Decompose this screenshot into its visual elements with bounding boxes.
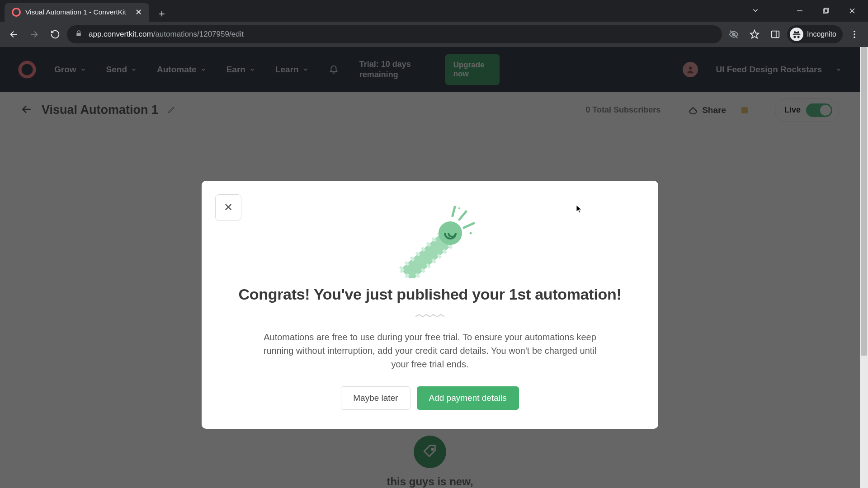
tabs-chevron-icon[interactable]	[751, 6, 760, 16]
browser-tab[interactable]: Visual Automation 1 - ConvertKit ✕	[5, 3, 149, 22]
window-close-icon[interactable]	[839, 2, 865, 20]
new-tab-button[interactable]: ＋	[154, 5, 170, 22]
incognito-icon	[790, 28, 803, 41]
maybe-later-button[interactable]: Maybe later	[341, 386, 410, 410]
svg-rect-11	[772, 31, 779, 38]
svg-point-15	[854, 37, 855, 38]
svg-line-22	[464, 223, 474, 228]
window-maximize-icon[interactable]	[813, 2, 839, 20]
tab-title: Visual Automation 1 - ConvertKit	[25, 8, 131, 16]
party-horn-icon	[378, 202, 482, 278]
tab-close-icon[interactable]: ✕	[135, 7, 142, 17]
browser-toolbar: app.convertkit.com/automations/1207959/e…	[0, 22, 868, 47]
svg-point-20	[439, 221, 462, 245]
scrollbar[interactable]	[860, 47, 868, 488]
kebab-menu-icon[interactable]	[845, 25, 863, 43]
incognito-label: Incognito	[807, 30, 836, 38]
svg-line-21	[459, 211, 466, 220]
eye-off-icon[interactable]	[725, 25, 743, 43]
svg-point-25	[458, 207, 460, 209]
modal-body: Automations are free to use during your …	[258, 330, 602, 371]
url-text: app.convertkit.com/automations/1207959/e…	[89, 30, 244, 39]
address-bar[interactable]: app.convertkit.com/automations/1207959/e…	[67, 25, 722, 43]
svg-marker-10	[750, 30, 759, 38]
browser-tabbar: Visual Automation 1 - ConvertKit ✕ ＋	[0, 0, 868, 22]
nav-reload-icon[interactable]	[46, 25, 64, 43]
panel-icon[interactable]	[766, 25, 784, 43]
svg-line-23	[453, 207, 455, 216]
incognito-chip[interactable]: Incognito	[787, 25, 843, 43]
star-icon[interactable]	[745, 25, 764, 43]
window-minimize-icon[interactable]	[787, 2, 813, 20]
svg-point-13	[854, 31, 855, 33]
svg-point-0	[13, 9, 20, 16]
modal-heading: Congrats! You've just published your 1st…	[229, 286, 631, 303]
svg-point-14	[854, 33, 855, 35]
nav-forward-icon[interactable]	[25, 25, 43, 43]
close-icon[interactable]: ✕	[215, 194, 241, 221]
add-payment-button[interactable]: Add payment details	[417, 386, 519, 410]
zigzag-divider-icon	[415, 311, 444, 315]
svg-point-24	[470, 232, 472, 235]
window-controls	[787, 2, 865, 20]
lock-icon	[75, 30, 82, 39]
congrats-modal: ✕	[202, 181, 658, 429]
nav-back-icon[interactable]	[5, 25, 23, 43]
tab-favicon-icon	[12, 8, 21, 17]
viewport: Grow Send Automate Earn Learn Trial: 10 …	[0, 47, 868, 488]
